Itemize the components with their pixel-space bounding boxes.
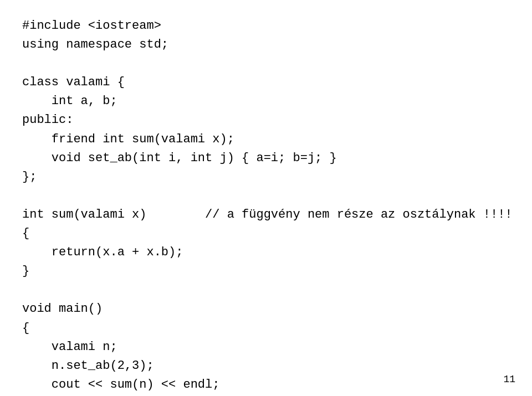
line-1: #include <iostream> using namespace std;… [22,19,513,396]
code-block: #include <iostream> using namespace std;… [22,17,510,396]
page-number: 11 [503,374,515,385]
page-container: #include <iostream> using namespace std;… [0,0,532,396]
